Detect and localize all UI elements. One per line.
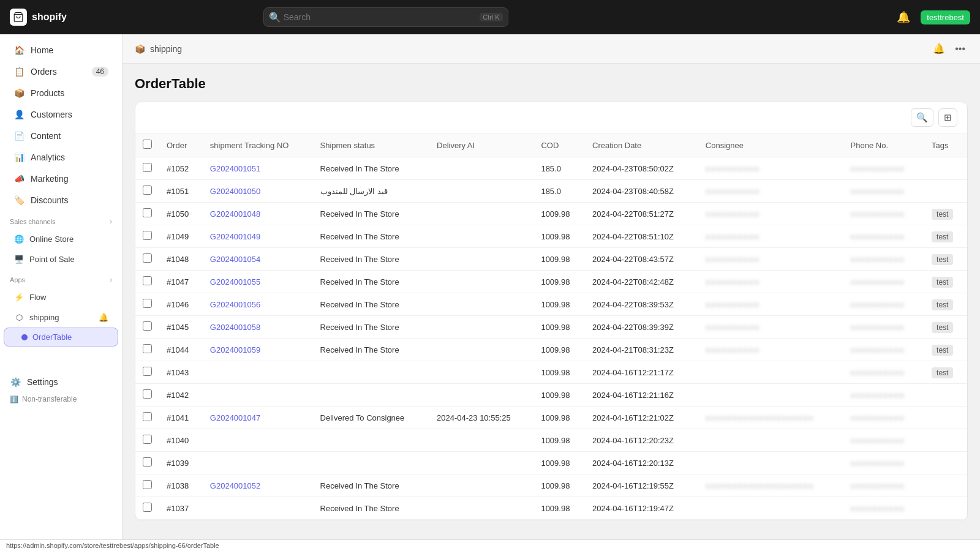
phone-blurred: ●●●●●●●●●●: [851, 164, 905, 173]
row-status: Received In The Store: [313, 271, 430, 293]
row-consignee: [698, 429, 843, 452]
tracking-link[interactable]: G2024001055: [210, 277, 260, 287]
consignee-blurred: ●●●●●●●●●●: [706, 164, 760, 173]
row-checkbox[interactable]: [143, 208, 152, 217]
notification-header-button[interactable]: 🔔: [930, 40, 948, 57]
row-status: قيد الارسال للمندوب: [313, 180, 430, 203]
table-row: #1049 G2024001049 Received In The Store …: [135, 225, 967, 248]
sidebar-item-home[interactable]: 🏠 Home: [4, 40, 118, 61]
sidebar-item-content[interactable]: 📄 Content: [4, 126, 118, 146]
sidebar-item-customers[interactable]: 👤 Customers: [4, 104, 118, 125]
sidebar-item-shipping-app[interactable]: ⬡ shipping 🔔: [4, 307, 118, 327]
row-order: #1040: [159, 429, 203, 452]
row-status: [313, 429, 430, 452]
consignee-blurred: ●●●●●●●●●●●●●●●●●●●●: [706, 481, 814, 490]
sidebar-item-orders[interactable]: 📋 Orders 46: [4, 61, 118, 82]
phone-blurred: ●●●●●●●●●●: [851, 481, 905, 490]
apps-chevron[interactable]: ›: [110, 276, 112, 284]
row-checkbox[interactable]: [143, 253, 152, 263]
row-delivery: [429, 452, 533, 474]
row-checkbox[interactable]: [143, 231, 152, 240]
sidebar-item-flow[interactable]: ⚡ Flow: [4, 287, 118, 307]
table-row: #1045 G2024001058 Received In The Store …: [135, 316, 967, 339]
row-consignee: ●●●●●●●●●●: [698, 316, 843, 339]
orders-table: Order shipment Tracking NO Shipmen statu…: [135, 133, 967, 520]
sidebar-item-marketing[interactable]: 📣 Marketing: [4, 168, 118, 189]
row-delivery: [429, 361, 533, 384]
apps-section: Apps ›: [0, 269, 122, 287]
row-checkbox[interactable]: [143, 457, 152, 467]
row-order: #1038: [159, 474, 203, 497]
row-checkbox[interactable]: [143, 389, 152, 399]
more-options-button[interactable]: •••: [952, 40, 968, 57]
row-date: 2024-04-23T08:50:02Z: [585, 157, 698, 180]
table-search-button[interactable]: 🔍: [911, 108, 933, 127]
row-checkbox[interactable]: [143, 276, 152, 285]
search-bar[interactable]: 🔍 Ctrl K: [263, 7, 508, 27]
sidebar-item-order-table[interactable]: OrderTable: [4, 328, 118, 347]
row-checkbox[interactable]: [143, 435, 152, 444]
phone-blurred: ●●●●●●●●●●: [851, 459, 905, 468]
table-filter-button[interactable]: ⊞: [938, 108, 957, 127]
sidebar-app-name: shipping: [29, 313, 59, 322]
row-checkbox[interactable]: [143, 321, 152, 331]
row-checkbox[interactable]: [143, 480, 152, 489]
notification-button[interactable]: 🔔: [894, 7, 913, 27]
row-order: #1050: [159, 203, 203, 225]
col-checkbox: [135, 133, 159, 157]
user-badge-button[interactable]: testtrebest: [921, 10, 970, 24]
table-row: #1050 G2024001048 Received In The Store …: [135, 203, 967, 225]
tracking-link[interactable]: G2024001048: [210, 209, 260, 219]
sidebar-item-label: Content: [31, 131, 61, 141]
row-checkbox[interactable]: [143, 367, 152, 376]
sidebar: 🏠 Home 📋 Orders 46 📦 Products 👤 Customer…: [0, 34, 123, 539]
row-status: Received In The Store: [313, 316, 430, 339]
row-checkbox[interactable]: [143, 412, 152, 421]
row-date: 2024-04-21T08:31:23Z: [585, 339, 698, 361]
row-tags: test: [924, 225, 967, 248]
row-tracking: G2024001048: [203, 203, 313, 225]
col-consignee: Consignee: [698, 133, 843, 157]
row-consignee: [698, 497, 843, 520]
sidebar-item-analytics[interactable]: 📊 Analytics: [4, 147, 118, 168]
sidebar-item-products[interactable]: 📦 Products: [4, 83, 118, 103]
row-order: #1048: [159, 248, 203, 271]
search-input[interactable]: [263, 7, 508, 27]
sidebar-item-online-store[interactable]: 🌐 Online Store: [4, 229, 118, 249]
content-header-actions: 🔔 •••: [930, 40, 968, 57]
phone-blurred: ●●●●●●●●●●: [851, 436, 905, 445]
tracking-link[interactable]: G2024001051: [210, 164, 260, 173]
row-tracking: [203, 429, 313, 452]
tag-badge: test: [932, 209, 953, 220]
consignee-blurred: ●●●●●●●●●●: [706, 187, 760, 196]
tracking-link[interactable]: G2024001054: [210, 255, 260, 264]
tracking-link[interactable]: G2024001052: [210, 481, 260, 490]
tracking-link[interactable]: G2024001047: [210, 413, 260, 422]
row-tracking: [203, 452, 313, 474]
row-checkbox[interactable]: [143, 503, 152, 512]
row-phone: ●●●●●●●●●●: [843, 180, 925, 203]
sidebar-item-point-of-sale[interactable]: 🖥️ Point of Sale: [4, 249, 118, 269]
sidebar-item-label: Home: [31, 45, 53, 55]
row-checkbox[interactable]: [143, 299, 152, 308]
select-all-checkbox[interactable]: [143, 140, 152, 149]
row-checkbox[interactable]: [143, 186, 152, 195]
tracking-link[interactable]: G2024001050: [210, 187, 260, 196]
row-checkbox[interactable]: [143, 163, 152, 172]
sales-channels-chevron[interactable]: ›: [110, 217, 112, 226]
row-cod: 1009.98: [533, 203, 585, 225]
col-tags: Tags: [924, 133, 967, 157]
row-phone: ●●●●●●●●●●: [843, 384, 925, 407]
sidebar-item-discounts[interactable]: 🏷️ Discounts: [4, 190, 118, 211]
tracking-link[interactable]: G2024001059: [210, 345, 260, 354]
logo[interactable]: shopify: [10, 9, 67, 26]
tracking-link[interactable]: G2024001049: [210, 232, 260, 241]
tracking-link[interactable]: G2024001058: [210, 323, 260, 332]
sidebar-item-settings[interactable]: ⚙️ Settings: [0, 372, 122, 392]
row-status: Received In The Store: [313, 339, 430, 361]
row-tracking: G2024001054: [203, 248, 313, 271]
phone-blurred: ●●●●●●●●●●: [851, 391, 905, 400]
row-date: 2024-04-16T12:19:47Z: [585, 497, 698, 520]
tracking-link[interactable]: G2024001056: [210, 300, 260, 309]
row-checkbox[interactable]: [143, 344, 152, 353]
